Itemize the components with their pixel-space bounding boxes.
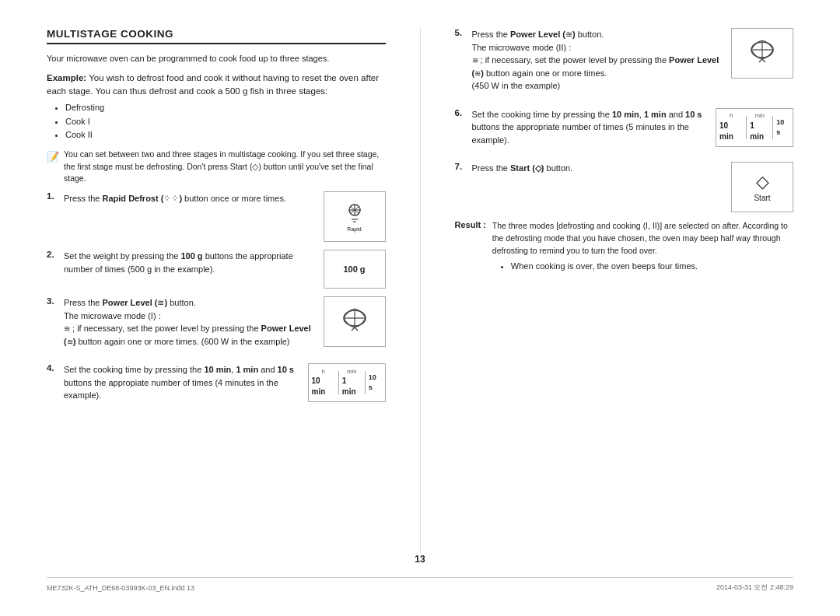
start-label: Start	[754, 194, 770, 202]
power-level-button-box-5	[731, 28, 793, 79]
timer-s-cell-6: 10 s	[776, 117, 789, 137]
step-4-content: 4. Set the cooking time by pressing the …	[47, 363, 299, 402]
step-3-text: 3. Press the Power Level (≋) button. The…	[47, 296, 314, 355]
start-button-box: ◇ Start	[731, 162, 793, 212]
rapid-defrost-icon: Rapid	[342, 202, 367, 232]
bullet-list: Defrosting Cook I Cook II	[47, 101, 386, 142]
weight-icon: 100 g	[343, 264, 365, 274]
start-icon: ◇	[756, 172, 769, 192]
step-2-content: 2. Set the weight by pressing the 100 g …	[47, 250, 314, 275]
step-7-desc: Press the Start (◇) button.	[472, 162, 723, 175]
step-6-content: 6. Set the cooking time by pressing the …	[455, 108, 707, 147]
page: MULTISTAGE COOKING Your microwave oven c…	[0, 0, 840, 616]
step-5-text: 5. Press the Power Level (≋) button. The…	[455, 28, 723, 100]
result-text: The three modes [defrosting and cooking …	[492, 220, 793, 257]
step-7: 7. Press the Start (◇) button. ◇ Start	[455, 162, 794, 212]
step-7-number: 7.	[455, 162, 466, 171]
step-4-number: 4.	[47, 363, 58, 373]
step-7-content: 7. Press the Start (◇) button.	[455, 162, 723, 175]
step-4-desc: Set the cooking time by pressing the 10 …	[64, 363, 299, 402]
list-item: Cook II	[65, 128, 386, 142]
step-5-desc: Press the Power Level (≋) button. The mi…	[472, 28, 723, 93]
timer-divider2-6	[772, 116, 773, 139]
footer-right: 2014-03-31 오전 2:48:29	[716, 583, 793, 593]
step-5: 5. Press the Power Level (≋) button. The…	[455, 28, 794, 100]
footer-left: ME732K-S_ATH_DE68-03993K-03_EN.indd 13	[47, 584, 194, 592]
right-column: 5. Press the Power Level (≋) button. The…	[455, 28, 794, 554]
timer-divider-6	[746, 116, 747, 139]
svg-line-11	[355, 327, 358, 331]
step-3-number: 3.	[47, 296, 58, 306]
step-2-number: 2.	[47, 250, 58, 259]
left-column: MULTISTAGE COOKING Your microwave oven c…	[47, 28, 386, 554]
timer-min-cell: min 1 min	[342, 368, 362, 398]
step-3-desc: Press the Power Level (≋) button. The mi…	[64, 296, 314, 348]
page-number: 13	[47, 554, 793, 565]
svg-line-16	[762, 59, 765, 62]
step-6-desc: Set the cooking time by pressing the 10 …	[472, 108, 707, 147]
step-4: 4. Set the cooking time by pressing the …	[47, 363, 386, 410]
timer-divider2	[365, 371, 366, 394]
step-2-text: 2. Set the weight by pressing the 100 g …	[47, 250, 314, 283]
note-icon: 📝	[47, 149, 59, 165]
step-5-content: 5. Press the Power Level (≋) button. The…	[455, 28, 723, 93]
page-footer: ME732K-S_ATH_DE68-03993K-03_EN.indd 13 2…	[47, 577, 793, 593]
step-1-desc: Press the Rapid Defrost (⁘⁘) button once…	[64, 191, 314, 205]
step-1-text: 1. Press the Rapid Defrost (⁘⁘) button o…	[47, 191, 314, 213]
power-level-icon-5	[747, 36, 777, 72]
example-text: You wish to defrost food and cook it wit…	[47, 73, 379, 96]
intro-text: Your microwave oven can be programmed to…	[47, 52, 386, 65]
step-3-content: 3. Press the Power Level (≋) button. The…	[47, 296, 314, 348]
step-4-text: 4. Set the cooking time by pressing the …	[47, 363, 299, 410]
svg-line-10	[352, 327, 355, 331]
note-text: You can set between two and three stages…	[64, 149, 386, 185]
example-label: Example:	[47, 73, 86, 82]
step-1-content: 1. Press the Rapid Defrost (⁘⁘) button o…	[47, 191, 314, 205]
timer-s-cell: 10 s	[369, 373, 382, 392]
result-label: Result :	[455, 220, 486, 229]
power-level-button-box-3	[324, 296, 386, 347]
list-item: Defrosting	[65, 101, 386, 115]
step-1-number: 1.	[47, 191, 58, 201]
step-6: 6. Set the cooking time by pressing the …	[455, 108, 794, 155]
timer-h-cell: h 10 min	[312, 368, 335, 398]
step-3: 3. Press the Power Level (≋) button. The…	[47, 296, 386, 355]
list-item: Cook I	[65, 115, 386, 129]
step-2-desc: Set the weight by pressing the 100 g but…	[64, 250, 314, 275]
result-bullet-list: When cooking is over, the oven beeps fou…	[492, 260, 793, 274]
step-1: 1. Press the Rapid Defrost (⁘⁘) button o…	[47, 191, 386, 242]
result-section: Result : The three modes [defrosting and…	[455, 220, 794, 280]
rapid-defrost-button-box: Rapid	[324, 191, 386, 242]
result-bullet-item: When cooking is over, the oven beeps fou…	[511, 260, 793, 274]
timer-button-box-4: h 10 min min 1 min 10 s	[308, 363, 386, 402]
weight-button-box: 100 g	[324, 250, 386, 289]
note-block: 📝 You can set between two and three stag…	[47, 149, 386, 185]
step-7-text: 7. Press the Start (◇) button.	[455, 162, 723, 183]
step-5-number: 5.	[455, 28, 466, 37]
step-2: 2. Set the weight by pressing the 100 g …	[47, 250, 386, 289]
step-6-text: 6. Set the cooking time by pressing the …	[455, 108, 707, 155]
timer-divider	[338, 371, 339, 394]
content-area: MULTISTAGE COOKING Your microwave oven c…	[47, 28, 793, 554]
step-6-number: 6.	[455, 108, 466, 117]
result-content: The three modes [defrosting and cooking …	[492, 220, 793, 280]
power-level-icon-3	[340, 304, 369, 340]
timer-h-cell-6: h 10 min	[719, 112, 743, 142]
example-block: Example: You wish to defrost food and co…	[47, 72, 386, 142]
section-title: MULTISTAGE COOKING	[47, 28, 386, 44]
timer-min-cell-6: min 1 min	[750, 112, 769, 142]
column-divider	[420, 28, 421, 554]
svg-line-15	[759, 59, 762, 62]
rapid-label: Rapid	[347, 226, 361, 232]
timer-button-box-6: h 10 min min 1 min 10 s	[716, 108, 793, 147]
